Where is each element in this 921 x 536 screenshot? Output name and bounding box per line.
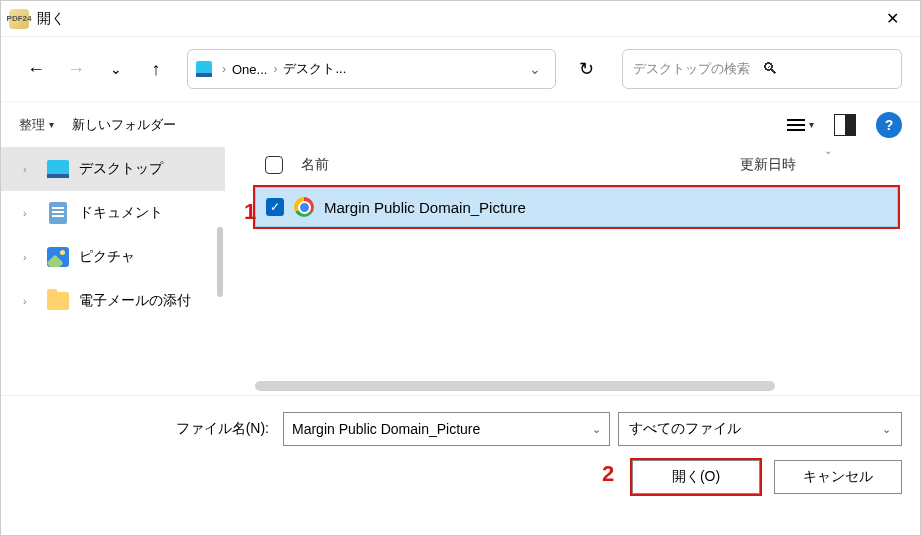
breadcrumb-dropdown[interactable]: ⌄ <box>523 57 547 81</box>
desktop-icon <box>47 160 69 178</box>
filename-label: ファイル名(N): <box>19 420 275 438</box>
chevron-right-icon[interactable]: › <box>220 62 228 76</box>
nav-row: ← → ⌄ ↑ › One... › デスクト... ⌄ ↻ デスクトップの検索… <box>1 37 920 101</box>
forward-button[interactable]: → <box>59 52 93 86</box>
column-header-name[interactable]: 名前 <box>301 156 740 174</box>
nav-item-label: デスクトップ <box>79 160 163 178</box>
search-icon[interactable]: 🔍︎ <box>762 60 891 78</box>
nav-item-email-attachments[interactable]: › 電子メールの添付 <box>1 279 225 323</box>
filename-value: Margin Public Domain_Picture <box>292 421 480 437</box>
titlebar: PDF24 開く ✕ <box>1 1 920 37</box>
back-button[interactable]: ← <box>19 52 53 86</box>
help-button[interactable]: ? <box>876 112 902 138</box>
document-icon <box>49 202 67 224</box>
command-bar: 整理 ▾ 新しいフォルダー ▾ ? <box>1 101 920 147</box>
recent-locations-button[interactable]: ⌄ <box>99 52 133 86</box>
sort-indicator-icon: ⌄ <box>824 147 832 156</box>
organize-menu[interactable]: 整理 ▾ <box>19 116 54 134</box>
breadcrumb[interactable]: › One... › デスクト... ⌄ <box>187 49 556 89</box>
app-icon: PDF24 <box>9 9 29 29</box>
nav-item-label: ドキュメント <box>79 204 163 222</box>
chevron-down-icon: ▾ <box>809 119 814 130</box>
chevron-right-icon[interactable]: › <box>271 62 279 76</box>
file-row[interactable]: ✓ Margin Public Domain_Picture <box>255 187 898 227</box>
file-checkbox[interactable]: ✓ <box>266 198 284 216</box>
new-folder-button[interactable]: 新しいフォルダー <box>72 116 176 134</box>
chevron-down-icon[interactable]: ⌄ <box>592 423 601 436</box>
nav-item-label: ピクチャ <box>79 248 135 266</box>
bottom-panel: ファイル名(N): Margin Public Domain_Picture ⌄… <box>1 395 920 494</box>
breadcrumb-item-1[interactable]: One... <box>232 62 267 77</box>
preview-pane-button[interactable] <box>834 114 856 136</box>
cancel-button[interactable]: キャンセル <box>774 460 902 494</box>
main-area: › デスクトップ › ドキュメント › ピクチャ › 電子メールの添付 名前 更… <box>1 147 920 395</box>
open-button[interactable]: 開く(O) <box>632 460 760 494</box>
close-button[interactable]: ✕ <box>872 4 912 34</box>
list-view-icon <box>787 119 805 131</box>
search-input[interactable]: デスクトップの検索 🔍︎ <box>622 49 902 89</box>
nav-item-documents[interactable]: › ドキュメント <box>1 191 225 235</box>
nav-item-label: 電子メールの添付 <box>79 292 191 310</box>
chevron-right-icon[interactable]: › <box>23 251 37 263</box>
navigation-pane: › デスクトップ › ドキュメント › ピクチャ › 電子メールの添付 <box>1 147 225 395</box>
file-type-filter[interactable]: すべてのファイル ⌄ <box>618 412 902 446</box>
pictures-icon <box>47 247 69 267</box>
chevron-down-icon: ⌄ <box>882 423 891 436</box>
column-header-row: 名前 更新日時 ⌄ <box>225 147 920 183</box>
organize-label: 整理 <box>19 116 45 134</box>
refresh-button[interactable]: ↻ <box>566 49 606 89</box>
navpane-scrollbar[interactable] <box>217 227 223 297</box>
chrome-html-icon <box>294 197 314 217</box>
view-menu[interactable]: ▾ <box>787 119 814 131</box>
file-name-label: Margin Public Domain_Picture <box>324 199 526 216</box>
breadcrumb-item-2[interactable]: デスクト... <box>283 60 346 78</box>
column-header-date[interactable]: 更新日時 <box>740 156 920 174</box>
window-title: 開く <box>37 10 65 28</box>
nav-item-pictures[interactable]: › ピクチャ <box>1 235 225 279</box>
horizontal-scrollbar[interactable] <box>255 381 775 391</box>
location-icon <box>196 61 212 77</box>
chevron-right-icon[interactable]: › <box>23 163 37 175</box>
filename-row: ファイル名(N): Margin Public Domain_Picture ⌄… <box>19 412 902 446</box>
filter-value: すべてのファイル <box>629 420 741 438</box>
file-list-pane: 名前 更新日時 ⌄ ✓ Margin Public Domain_Picture <box>225 147 920 395</box>
filename-input[interactable]: Margin Public Domain_Picture ⌄ <box>283 412 610 446</box>
folder-icon <box>47 292 69 310</box>
nav-item-desktop[interactable]: › デスクトップ <box>1 147 225 191</box>
search-placeholder: デスクトップの検索 <box>633 60 762 78</box>
chevron-right-icon[interactable]: › <box>23 207 37 219</box>
up-button[interactable]: ↑ <box>139 52 173 86</box>
chevron-right-icon[interactable]: › <box>23 295 37 307</box>
chevron-down-icon: ▾ <box>49 119 54 130</box>
select-all-checkbox[interactable] <box>265 156 283 174</box>
